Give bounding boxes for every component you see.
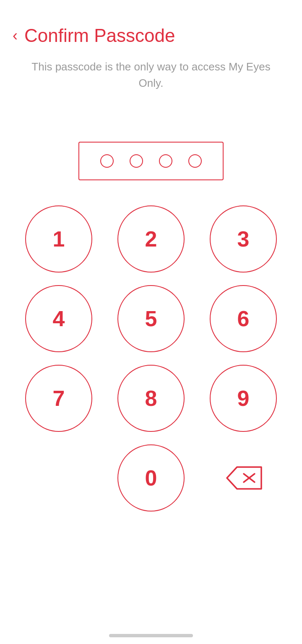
key-3[interactable]: 3	[210, 205, 277, 273]
passcode-dot-2	[130, 154, 143, 168]
keypad: 1 2 3 4 5 6 7 8 9 0	[0, 205, 302, 512]
key-6[interactable]: 6	[210, 285, 277, 352]
keypad-row-1: 1 2 3	[25, 205, 277, 273]
passcode-dot-4	[188, 154, 202, 168]
key-1[interactable]: 1	[25, 205, 92, 273]
key-7[interactable]: 7	[25, 365, 92, 432]
page-title: Confirm Passcode	[24, 25, 175, 46]
backspace-icon	[224, 465, 262, 491]
header: ‹ Confirm Passcode	[0, 0, 302, 55]
back-button[interactable]: ‹	[13, 28, 18, 43]
key-0[interactable]: 0	[117, 444, 185, 512]
bottom-bar	[0, 631, 302, 644]
passcode-dot-1	[100, 154, 114, 168]
key-5[interactable]: 5	[117, 285, 185, 352]
passcode-dot-3	[159, 154, 172, 168]
backspace-button[interactable]	[210, 444, 277, 512]
keypad-row-3: 7 8 9	[25, 365, 277, 432]
passcode-container: 1 2 3 4 5 6 7 8 9 0	[0, 142, 302, 512]
home-indicator	[109, 634, 193, 637]
key-2[interactable]: 2	[117, 205, 185, 273]
key-8[interactable]: 8	[117, 365, 185, 432]
keypad-row-4: 0	[25, 444, 277, 512]
key-9[interactable]: 9	[210, 365, 277, 432]
key-empty	[25, 444, 92, 512]
key-4[interactable]: 4	[25, 285, 92, 352]
subtitle-text: This passcode is the only way to access …	[0, 55, 302, 91]
passcode-dots-box	[78, 142, 224, 180]
keypad-row-2: 4 5 6	[25, 285, 277, 352]
